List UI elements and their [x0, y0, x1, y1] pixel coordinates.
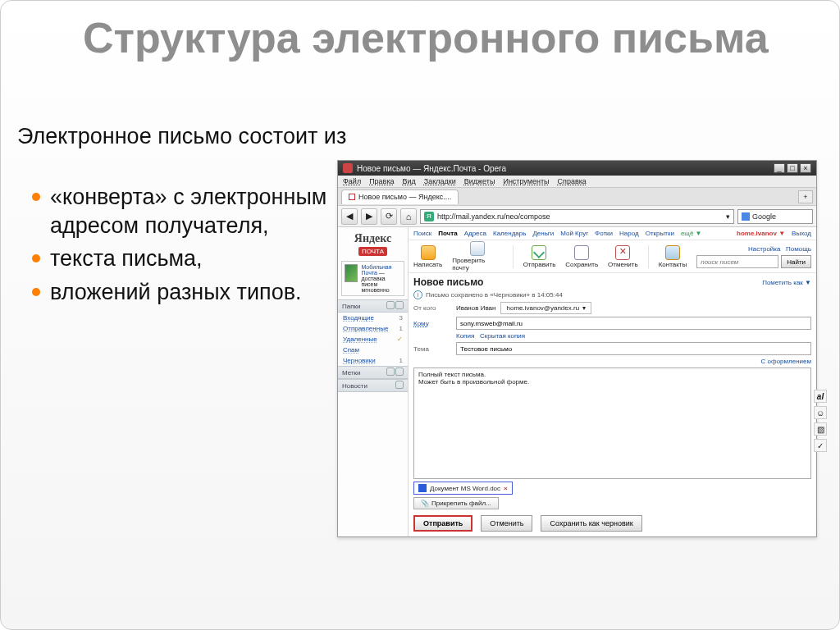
send-icon: [532, 245, 546, 260]
remove-attachment-icon[interactable]: ×: [504, 485, 508, 492]
tab-bar: Новое письмо — Яндекс.... +: [338, 188, 816, 206]
folder-sent[interactable]: Отправленные1: [338, 323, 408, 334]
close-button[interactable]: ×: [800, 163, 811, 173]
nav-cards[interactable]: Открытки: [646, 230, 674, 237]
folder-spam[interactable]: Спам: [338, 345, 408, 355]
cancel-icon: [615, 245, 630, 260]
compose-heading: Новое письмо: [413, 276, 483, 288]
logo-text: Яндекс: [343, 232, 403, 245]
minimize-button[interactable]: _: [774, 163, 785, 173]
url-input[interactable]: Я http://mail.yandex.ru/neo/compose ▾: [420, 209, 734, 224]
opera-icon: [343, 163, 353, 173]
folder-drafts[interactable]: Черновики1: [338, 355, 408, 366]
contacts-button[interactable]: Контакты: [659, 245, 687, 268]
slide: Структура электронного письма Электронно…: [0, 0, 840, 630]
expand-icon[interactable]: [395, 301, 404, 309]
promo-link[interactable]: Мобильная Почта: [361, 264, 391, 276]
expand-icon[interactable]: [395, 381, 404, 389]
yandex-logo[interactable]: Яндекс ПОЧТА: [338, 227, 408, 258]
attachment-chip[interactable]: Документ MS Word.doc ×: [413, 482, 513, 495]
page-body: Яндекс ПОЧТА Мобильная Почта — доставка …: [338, 227, 816, 536]
mail-search-input[interactable]: [696, 255, 778, 268]
menu-widgets[interactable]: Виджеты: [464, 177, 495, 185]
subject-label: Тема: [413, 345, 453, 353]
menu-help[interactable]: Справка: [558, 177, 587, 185]
menu-edit[interactable]: Правка: [369, 177, 394, 185]
maximize-button[interactable]: □: [787, 163, 798, 173]
nav-narod[interactable]: Народ: [619, 230, 639, 237]
message-body[interactable]: Полный текст письма. Может быть в произв…: [413, 368, 811, 479]
word-doc-icon: [418, 484, 427, 492]
gear-icon[interactable]: [386, 301, 395, 309]
back-button[interactable]: ◀: [341, 208, 358, 225]
send-button[interactable]: Отправить: [413, 515, 472, 532]
from-selector[interactable]: home.ivanov@yandex.ru ▾: [500, 302, 591, 314]
cancel-toolbar-button[interactable]: Отменить: [608, 245, 638, 268]
nav-search[interactable]: Поиск: [413, 230, 431, 237]
nav-fotki[interactable]: Фотки: [595, 230, 613, 237]
promo-box[interactable]: Мобильная Почта — доставка писем мгновен…: [341, 261, 404, 296]
expand-icon[interactable]: [395, 368, 404, 376]
nav-mail[interactable]: Почта: [438, 230, 457, 237]
slide-intro: Электронное письмо состоит из: [17, 124, 346, 149]
format-toolbar: aI ☺ ▧ ✓: [814, 390, 827, 452]
settings-link[interactable]: Настройка: [748, 245, 780, 253]
save-toolbar-button[interactable]: Сохранить: [565, 245, 598, 268]
nav-mykrug[interactable]: Мой Круг: [560, 230, 588, 237]
forward-button[interactable]: ▶: [361, 208, 377, 225]
content: Поиск Почта Адреса Календарь Деньги Мой …: [409, 227, 816, 536]
check-mail-button[interactable]: Проверить почту: [452, 241, 503, 272]
home-button[interactable]: ⌂: [400, 208, 417, 225]
smiley-icon[interactable]: ☺: [814, 406, 827, 419]
bullet-3: вложений разных типов.: [32, 278, 336, 307]
attachment-name: Документ MS Word.doc: [430, 485, 500, 492]
compose-button[interactable]: Написать: [413, 245, 442, 268]
menu-file[interactable]: Файл: [343, 177, 361, 185]
menu-view[interactable]: Вид: [403, 177, 416, 185]
to-label[interactable]: Кому: [413, 320, 453, 327]
saved-notice: i Письмо сохранено в «Черновики» в 14:05…: [413, 290, 811, 299]
url-text: http://mail.yandex.ru/neo/compose: [437, 212, 550, 221]
nav-addresses[interactable]: Адреса: [464, 230, 486, 237]
slide-title: Структура электронного письма: [83, 16, 806, 61]
mark-as-link[interactable]: Пометить как ▼: [762, 279, 811, 286]
gear-icon[interactable]: [386, 368, 395, 376]
save-draft-button[interactable]: Сохранить как черновик: [541, 515, 641, 532]
new-tab-button[interactable]: +: [798, 190, 813, 203]
user-menu[interactable]: home.ivanov ▼: [737, 230, 785, 237]
compose-icon: [421, 245, 436, 260]
search-engine-box[interactable]: Google: [737, 209, 813, 224]
menu-tools[interactable]: Инструменты: [503, 177, 549, 185]
design-link[interactable]: С оформлением: [413, 358, 811, 365]
menu-bookmarks[interactable]: Закладки: [424, 177, 456, 185]
exit-link[interactable]: Выход: [792, 230, 811, 237]
reload-button[interactable]: ⟳: [381, 208, 397, 225]
to-input[interactable]: [456, 317, 811, 330]
sidebar: Яндекс ПОЧТА Мобильная Почта — доставка …: [338, 227, 409, 536]
bcc-link[interactable]: Скрытая копия: [480, 332, 525, 340]
nav-money[interactable]: Деньги: [532, 230, 554, 237]
spell-check-icon[interactable]: ✓: [814, 439, 827, 452]
folders-section[interactable]: Папки: [338, 299, 408, 313]
contacts-icon: [665, 245, 680, 260]
folder-inbox[interactable]: Входящие3: [338, 313, 408, 323]
news-section[interactable]: Новости: [338, 379, 408, 392]
nav-more[interactable]: ещё ▼: [681, 230, 702, 237]
subject-input[interactable]: [456, 342, 811, 355]
nav-calendar[interactable]: Календарь: [493, 230, 526, 237]
save-icon: [574, 245, 589, 260]
cc-link[interactable]: Копия: [456, 332, 474, 340]
labels-section[interactable]: Метки: [338, 366, 408, 379]
format-bold-icon[interactable]: aI: [814, 390, 827, 403]
attach-file-button[interactable]: 📎 Прикрепить файл...: [413, 497, 499, 509]
browser-tab[interactable]: Новое письмо — Яндекс....: [341, 189, 459, 204]
help-link[interactable]: Помощь: [786, 245, 811, 253]
google-icon: [742, 212, 750, 221]
cancel-button[interactable]: Отменить: [481, 515, 532, 532]
card-icon[interactable]: ▧: [814, 422, 827, 436]
mail-search-button[interactable]: Найти: [781, 255, 811, 268]
menu-bar: Файл Правка Вид Закладки Виджеты Инструм…: [338, 176, 816, 188]
send-toolbar-button[interactable]: Отправить: [523, 245, 556, 268]
tab-close-icon[interactable]: [349, 194, 355, 200]
folder-trash[interactable]: Удаленные: [338, 334, 408, 345]
